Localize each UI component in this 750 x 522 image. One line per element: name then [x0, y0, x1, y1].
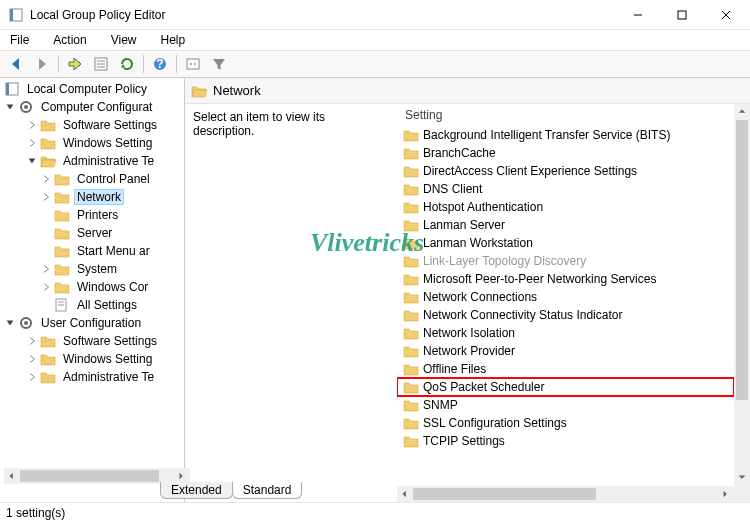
scroll-down-button[interactable] — [734, 470, 750, 486]
menu-view[interactable]: View — [105, 31, 143, 49]
expander-icon[interactable] — [26, 371, 38, 383]
tree-uc-admin[interactable]: Administrative Te — [0, 368, 184, 386]
tree-server[interactable]: Server — [0, 224, 184, 242]
folder-icon — [403, 433, 419, 449]
list-item[interactable]: Network Provider — [397, 342, 734, 360]
scroll-track[interactable] — [20, 468, 174, 484]
tree-software-settings[interactable]: Software Settings — [0, 116, 184, 134]
scroll-left-button[interactable] — [4, 468, 20, 484]
scroll-thumb[interactable] — [20, 470, 159, 482]
tree-computer-config[interactable]: Computer Configurat — [0, 98, 184, 116]
list-item[interactable]: Lanman Server — [397, 216, 734, 234]
minimize-button[interactable] — [616, 1, 660, 29]
folder-icon — [40, 117, 56, 133]
scroll-right-button[interactable] — [718, 486, 734, 502]
properties-button[interactable] — [89, 52, 113, 76]
scroll-track[interactable] — [413, 486, 718, 502]
list-item[interactable]: DirectAccess Client Experience Settings — [397, 162, 734, 180]
list-item[interactable]: Network Connectivity Status Indicator — [397, 306, 734, 324]
folder-icon — [403, 379, 419, 395]
folder-icon — [403, 397, 419, 413]
tree-system[interactable]: System — [0, 260, 184, 278]
expander-icon[interactable] — [26, 335, 38, 347]
list-item[interactable]: QoS Packet Scheduler — [397, 378, 734, 396]
list-item[interactable]: Microsoft Peer-to-Peer Networking Servic… — [397, 270, 734, 288]
tree-windows-settings[interactable]: Windows Setting — [0, 134, 184, 152]
list-item[interactable]: Network Connections — [397, 288, 734, 306]
expander-icon[interactable] — [4, 101, 16, 113]
tree-uc-windows[interactable]: Windows Setting — [0, 350, 184, 368]
tree-admin-templates[interactable]: Administrative Te — [0, 152, 184, 170]
folder-icon — [54, 279, 70, 295]
list-item[interactable]: Offline Files — [397, 360, 734, 378]
tree-network[interactable]: Network — [0, 188, 184, 206]
toolbar-separator — [58, 55, 59, 73]
expander-icon[interactable] — [26, 155, 38, 167]
list-item[interactable]: DNS Client — [397, 180, 734, 198]
folder-icon — [403, 181, 419, 197]
tree-all-settings[interactable]: All Settings — [0, 296, 184, 314]
expander-icon[interactable] — [40, 263, 52, 275]
expander-icon[interactable] — [26, 137, 38, 149]
scroll-thumb[interactable] — [736, 120, 748, 400]
list-item[interactable]: Lanman Workstation — [397, 234, 734, 252]
tree-root[interactable]: Local Computer Policy — [0, 80, 184, 98]
expander-icon[interactable] — [40, 281, 52, 293]
list-item[interactable]: SSL Configuration Settings — [397, 414, 734, 432]
folder-icon — [403, 163, 419, 179]
folder-open-icon — [191, 83, 207, 99]
maximize-button[interactable] — [660, 1, 704, 29]
expander-icon[interactable] — [40, 191, 52, 203]
menu-action[interactable]: Action — [47, 31, 92, 49]
tree-label: User Configuration — [38, 315, 144, 331]
tree-windows-components[interactable]: Windows Cor — [0, 278, 184, 296]
list-item[interactable]: Network Isolation — [397, 324, 734, 342]
filter-button[interactable] — [207, 52, 231, 76]
expander-icon[interactable] — [26, 119, 38, 131]
tree-printers[interactable]: Printers — [0, 206, 184, 224]
folder-icon — [54, 171, 70, 187]
tab-standard[interactable]: Standard — [232, 482, 303, 499]
list-item[interactable]: SNMP — [397, 396, 734, 414]
forward-button[interactable] — [30, 52, 54, 76]
scroll-left-button[interactable] — [397, 486, 413, 502]
folder-icon — [54, 243, 70, 259]
scroll-icon — [54, 297, 70, 313]
toolbar — [0, 50, 750, 78]
refresh-button[interactable] — [115, 52, 139, 76]
vertical-scrollbar[interactable] — [734, 104, 750, 486]
close-button[interactable] — [704, 1, 748, 29]
list-item[interactable]: Background Intelligent Transfer Service … — [397, 126, 734, 144]
detail-title: Network — [213, 83, 261, 98]
item-label: Network Provider — [423, 344, 515, 358]
up-button[interactable] — [63, 52, 87, 76]
tree-control-panel[interactable]: Control Panel — [0, 170, 184, 188]
scroll-up-button[interactable] — [734, 104, 750, 120]
list-item[interactable]: Link-Layer Topology Discovery — [397, 252, 734, 270]
list-item[interactable]: TCPIP Settings — [397, 432, 734, 450]
list-item[interactable]: BranchCache — [397, 144, 734, 162]
menu-file[interactable]: File — [4, 31, 35, 49]
expander-icon[interactable] — [4, 317, 16, 329]
tab-extended[interactable]: Extended — [160, 482, 233, 499]
tree-user-config[interactable]: User Configuration — [0, 314, 184, 332]
expander-icon[interactable] — [40, 173, 52, 185]
scroll-thumb[interactable] — [413, 488, 596, 500]
expander-placeholder — [40, 209, 52, 221]
settings-button[interactable] — [181, 52, 205, 76]
folder-icon — [40, 351, 56, 367]
tree-start-menu[interactable]: Start Menu ar — [0, 242, 184, 260]
help-button[interactable] — [148, 52, 172, 76]
folder-icon — [403, 289, 419, 305]
column-header-setting[interactable]: Setting — [397, 104, 750, 126]
toolbar-separator — [176, 55, 177, 73]
list-item[interactable]: Hotspot Authentication — [397, 198, 734, 216]
expander-icon[interactable] — [26, 353, 38, 365]
folder-icon — [403, 325, 419, 341]
menubar: File Action View Help — [0, 30, 750, 50]
back-button[interactable] — [4, 52, 28, 76]
horizontal-scrollbar[interactable] — [397, 486, 734, 502]
tree-uc-software[interactable]: Software Settings — [0, 332, 184, 350]
menu-help[interactable]: Help — [155, 31, 192, 49]
scroll-track[interactable] — [734, 120, 750, 470]
